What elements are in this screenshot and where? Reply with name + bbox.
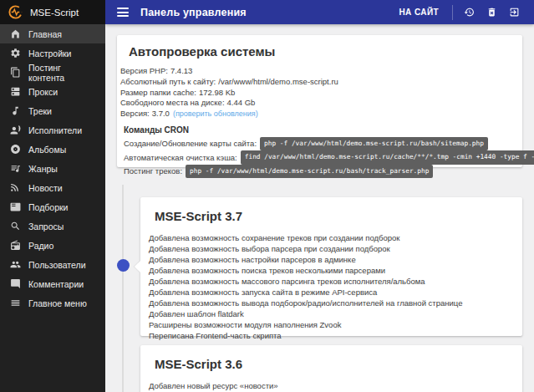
system-check-card: Автопроверка системы Версия PHP:7.4.13 А… — [117, 35, 522, 167]
home-icon — [10, 28, 21, 39]
changelog-item: Добавлен новый ресурс «новости» — [149, 380, 522, 391]
changelog-item: Добавлена возможность сохранение треков … — [149, 232, 522, 243]
sidebar-item-label: Новости — [28, 183, 63, 193]
sidebar-item-label: Радио — [28, 241, 53, 251]
info-free-space: Свободного места на диске:4.44 Gb — [120, 98, 511, 109]
changelog-card-3-6: MSE-Script 3.6 Добавлен новый ресурс «но… — [140, 345, 522, 392]
changelog-3-6-title: MSE-Script 3.6 — [155, 357, 509, 371]
topbar-divider — [452, 5, 453, 20]
cron-track-posting: Постинг треков: php -f /var/www/html/dem… — [120, 165, 511, 179]
logout-icon — [509, 7, 520, 18]
clear-cache-button[interactable] — [481, 0, 503, 24]
comment-icon — [10, 278, 21, 289]
radio-icon — [10, 240, 21, 251]
sidebar-item-label: Запросы — [28, 221, 64, 232]
trash-icon — [486, 7, 497, 18]
cron-track-posting-command: php -f /var/www/html/demo.mse-script.ru/… — [186, 165, 433, 179]
sidebar-item-label: Главная — [28, 29, 62, 39]
sidebar-item-requests[interactable]: Запросы — [0, 216, 105, 236]
changelog-item: Добавлен шаблон flatdark — [149, 308, 522, 319]
changelog-item: Добавлена возможность поиска треков неск… — [149, 265, 522, 276]
album-icon — [10, 144, 21, 155]
history-icon — [464, 7, 475, 18]
changelog-item: Добавлена возможность выбора парсера при… — [149, 243, 522, 254]
cron-title: Команды CRON — [124, 125, 511, 135]
playlist-icon — [10, 201, 21, 212]
cron-cache-clean-command: find /var/www/html/demo.mse-script.ru/ca… — [241, 150, 534, 165]
sidebar-item-users[interactable]: Пользователи — [0, 255, 105, 274]
sidebar-item-label: Комментарии — [28, 279, 84, 289]
info-php-version: Версия PHP:7.4.13 — [120, 66, 511, 77]
changelog-3-7-title: MSE-Script 3.7 — [155, 209, 509, 223]
sidebar-item-label: Постинг контента — [28, 63, 95, 83]
history-button[interactable] — [458, 0, 481, 24]
changelog-3-7-list: Добавлена возможность сохранение треков … — [140, 232, 522, 341]
cron-sitemap-command: php -f /var/www/html/demo.mse-script.ru/… — [260, 137, 488, 151]
info-cache-size: Размер папки cache:172.98 Kb — [120, 88, 511, 99]
system-check-title: Автопроверка системы — [129, 44, 509, 59]
hamburger-menu-icon[interactable] — [117, 8, 129, 17]
changelog-card-3-7: MSE-Script 3.7 Добавлена возможность сох… — [140, 197, 522, 336]
sidebar-item-content-posting[interactable]: Постинг контента — [0, 63, 105, 82]
changelog-item: Добавлена возможность вывода подборок/ра… — [149, 298, 522, 308]
sidebar-item-radio[interactable]: Радио — [0, 236, 105, 255]
sidebar-item-artists[interactable]: Исполнители — [0, 120, 105, 140]
voice-icon — [10, 125, 21, 135]
logout-button[interactable] — [503, 0, 526, 24]
main-content: Автопроверка системы Версия PHP:7.4.13 А… — [105, 24, 534, 392]
changelog-item: Добавлена возможность массового парсинга… — [149, 276, 522, 287]
sidebar-item-settings[interactable]: Настройки — [0, 43, 105, 63]
copy-icon — [10, 67, 21, 78]
sidebar-item-albums[interactable]: Альбомы — [0, 140, 105, 159]
changelog-item: Добавлена возможность настройки парсеров… — [149, 254, 522, 265]
timeline-dot — [117, 259, 130, 272]
sidebar-item-label: Жанры — [28, 164, 58, 174]
sidebar-item-label: Альбомы — [28, 145, 66, 155]
sidebar-nav: Главная Настройки Постинг контента Прокс… — [0, 24, 105, 313]
info-script-version: Версия:3.7.0(проверить обновления) — [120, 109, 511, 120]
changelog-item: Добавлена возможность запуска сайта в ре… — [149, 287, 522, 298]
gear-icon — [10, 48, 21, 59]
changelog-3-6-list: Добавлен новый ресурс «новости» — [140, 380, 522, 391]
sidebar-item-label: Прокси — [28, 87, 58, 97]
sidebar-item-label: Треки — [28, 106, 52, 116]
sidebar-header: MSE-Script — [0, 0, 105, 24]
menu-list-icon — [10, 298, 21, 308]
sidebar-item-main-menu[interactable]: Главное меню — [0, 293, 105, 313]
sidebar-item-label: Пользователи — [28, 260, 86, 270]
cron-cache-clean: Автоматическая очистка кэша: find /var/w… — [120, 150, 511, 165]
queue-music-icon — [10, 163, 21, 174]
page-title: Панель управления — [140, 7, 247, 18]
sidebar-item-proxy[interactable]: Прокси — [0, 82, 105, 101]
sidebar-item-label: Главное меню — [28, 298, 87, 308]
sidebar-item-news[interactable]: Новости — [0, 178, 105, 197]
sidebar-item-comments[interactable]: Комментарии — [0, 274, 105, 293]
sidebar-item-collections[interactable]: Подборки — [0, 197, 105, 216]
topbar: Панель управления НА САЙТ — [105, 0, 534, 24]
sidebar-item-home[interactable]: Главная — [0, 24, 105, 43]
sidebar-item-label: Исполнители — [28, 125, 82, 135]
rss-icon — [10, 182, 21, 193]
info-site-path: Абсолютный путь к сайту:/var/www/html/de… — [120, 77, 511, 88]
sidebar-item-tracks[interactable]: Треки — [0, 101, 105, 120]
brand-title: MSE-Script — [30, 8, 79, 18]
cron-sitemap: Создание/Обновление карты сайта: php -f … — [120, 137, 511, 151]
sidebar: MSE-Script Главная Настройки Постинг кон… — [0, 0, 105, 392]
system-info: Версия PHP:7.4.13 Абсолютный путь к сайт… — [117, 66, 522, 178]
changelog-item: Переписана Frontend-часть скрипта — [149, 330, 522, 341]
changelog-item: Расширены возможности модуля наполнения … — [149, 319, 522, 330]
timeline-line — [122, 185, 124, 392]
to-site-button[interactable]: НА САЙТ — [390, 8, 447, 17]
dns-icon — [10, 86, 21, 97]
music-note-icon — [10, 105, 21, 116]
sidebar-item-genres[interactable]: Жанры — [0, 159, 105, 178]
people-icon — [10, 259, 21, 270]
waveform-logo-icon — [8, 4, 23, 20]
check-updates-link[interactable]: (проверить обновления) — [173, 109, 258, 118]
search-icon — [10, 221, 21, 232]
sidebar-item-label: Настройки — [28, 48, 72, 59]
sidebar-item-label: Подборки — [28, 202, 68, 212]
